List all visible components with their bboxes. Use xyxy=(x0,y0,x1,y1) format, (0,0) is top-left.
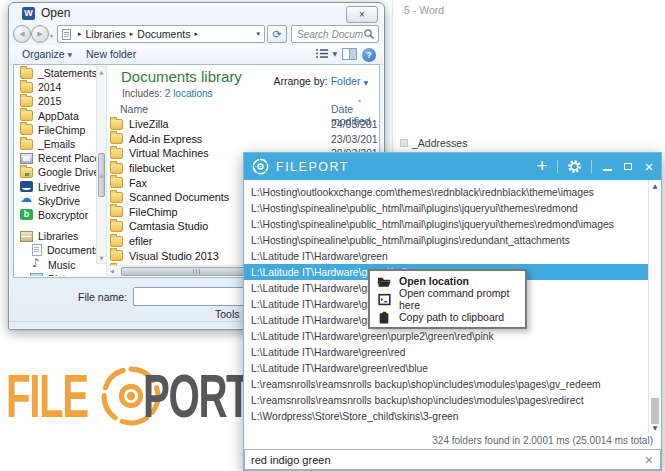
result-path-row[interactable]: L:\Hosting\spinealine\public_html\mail\p… xyxy=(244,216,648,232)
chevron-down-icon: ▼ xyxy=(68,51,73,58)
file-name: Virtual Machines xyxy=(129,147,209,159)
new-folder-button[interactable]: New folder xyxy=(86,48,136,60)
back-button[interactable]: ◀ xyxy=(13,25,31,43)
sidebar-item-libraries[interactable]: Libraries xyxy=(14,229,96,243)
file-row[interactable]: Add-in Express 23/03/2015 20:16 xyxy=(106,132,378,147)
folder-icon xyxy=(110,177,123,188)
result-path-row[interactable]: L:\reamsnrolls\reamsnrolls backup\shop\i… xyxy=(244,392,648,408)
menu-item-copy-path[interactable]: Copy path to clipboard xyxy=(370,308,525,326)
help-button[interactable]: ? xyxy=(362,48,376,62)
folder-icon xyxy=(20,82,33,93)
arrange-by[interactable]: Arrange by: Folder ▼ xyxy=(273,75,368,87)
sidebar-item[interactable]: 2014 xyxy=(14,80,96,94)
sort-indicator-icon: ▴ xyxy=(358,96,361,103)
forward-button[interactable]: ▶ xyxy=(31,25,49,43)
dialog-close-button[interactable]: × xyxy=(346,6,378,23)
views-icon xyxy=(315,48,329,59)
result-path-row[interactable]: L:\Wordpress\Store\Store_child\skins\3-g… xyxy=(244,408,648,424)
file-row[interactable]: LiveZilla 24/03/2015 15:34 xyxy=(106,117,378,132)
skydrive-icon xyxy=(20,195,33,206)
fileport-search-box[interactable]: × xyxy=(244,449,661,470)
settings-button[interactable] xyxy=(567,159,582,174)
result-path-row[interactable]: L:\Hosting\spinealine\public_html\mail\p… xyxy=(244,232,648,248)
file-name: Visual Studio 2013 xyxy=(129,250,219,262)
minimize-button[interactable] xyxy=(601,163,613,171)
results-scrollbar-thumb[interactable] xyxy=(651,398,659,424)
scroll-down-icon[interactable]: ▼ xyxy=(97,255,106,261)
close-button[interactable]: × xyxy=(643,159,655,174)
sidebar-library-item[interactable]: Documents xyxy=(14,243,96,257)
address-bar[interactable]: ▸ Libraries ▸ Documents ▸ ▾ xyxy=(57,25,265,43)
sidebar-scrollbar-thumb[interactable]: ≡ xyxy=(98,153,105,197)
sidebar-item[interactable]: FileChimp xyxy=(14,123,96,137)
sidebar-library-item[interactable]: Pictures xyxy=(14,272,96,276)
result-path-row[interactable]: L:\Latitude IT\Hardware\green\purple2\gr… xyxy=(244,328,648,344)
result-path-row[interactable]: L:\Hosting\outlookxchange.com\themes\red… xyxy=(244,184,648,200)
scroll-up-icon[interactable]: ▲ xyxy=(649,182,661,189)
sidebar-item-label: 2015 xyxy=(38,95,61,107)
result-path-row[interactable]: L:\Hosting\spinealine\public_html\mail\p… xyxy=(244,200,648,216)
results-scrollbar[interactable]: ▲ ▼ xyxy=(648,180,661,433)
recent-places-icon xyxy=(20,153,33,164)
menu-item-open-command-prompt[interactable]: Open command prompt here xyxy=(370,290,525,308)
chevron-down-icon: ▼ xyxy=(332,50,337,57)
add-button[interactable]: + xyxy=(536,156,548,175)
sidebar-item[interactable]: _Statements xyxy=(14,66,96,80)
fileport-titlebar[interactable]: FILEPORT + × xyxy=(244,153,661,180)
sidebar-library-items: Documents Music Pictures xyxy=(14,243,96,276)
result-path-text: L:\reamsnrolls\reamsnrolls backup\shop\i… xyxy=(251,379,601,390)
result-path-row[interactable]: L:\reamsnrolls\reamsnrolls backup\shop\i… xyxy=(244,376,648,392)
preview-pane-button[interactable] xyxy=(342,48,357,60)
result-path-row[interactable]: L:\Latitude IT\Hardware\green\red\blue xyxy=(244,360,648,376)
sidebar-item[interactable]: AppData xyxy=(14,109,96,123)
change-view-button[interactable]: ▼ xyxy=(315,48,337,59)
result-path-text: L:\Wordpress\Store\Store_child\skins\3-g… xyxy=(251,411,459,422)
sidebar-item[interactable]: Recent Places xyxy=(14,151,96,165)
sidebar-item-label: Google Drive xyxy=(38,166,96,178)
sidebar-item[interactable]: Boxcryptor xyxy=(14,208,96,222)
screen: 5 - Word _Addresses FILE PORT W Open xyxy=(0,0,665,471)
folder-icon xyxy=(110,163,123,174)
organize-button[interactable]: Organize ▼ xyxy=(22,48,72,60)
open-folder-icon xyxy=(376,274,392,288)
result-path-row[interactable]: L:\Latitude IT\Hardware\green\red xyxy=(244,344,648,360)
open-dialog-titlebar: W Open xyxy=(9,3,384,23)
scroll-down-icon[interactable]: ▼ xyxy=(649,424,661,431)
result-path-text: L:\Latitude IT\Hardware\green\red\blue xyxy=(251,363,428,374)
clear-search-icon[interactable]: × xyxy=(638,453,660,467)
navigation-bar: ◀ ▶ ▾ ▸ Libraries ▸ Documents ▸ ▾ ⟳ xyxy=(9,23,384,45)
word-window-title: 5 - Word xyxy=(404,4,444,16)
breadcrumb-libraries[interactable]: Libraries xyxy=(86,28,126,40)
result-path-text: L:\Hosting\spinealine\public_html\mail\p… xyxy=(251,235,570,246)
scroll-left-icon[interactable]: ◀ xyxy=(110,268,114,274)
result-path-text: L:\Latitude IT\Hardware\green xyxy=(251,251,388,262)
breadcrumb-documents[interactable]: Documents xyxy=(137,28,190,40)
column-header-name[interactable]: Name xyxy=(120,103,148,115)
maximize-icon xyxy=(624,163,632,170)
sidebar-item-label: FileChimp xyxy=(38,124,85,136)
file-name: Add-in Express xyxy=(129,133,202,145)
fileport-app-icon xyxy=(252,158,269,175)
search-input[interactable] xyxy=(292,29,363,40)
scroll-up-icon[interactable]: ▲ xyxy=(97,69,106,75)
gear-icon xyxy=(567,159,582,174)
file-name: filebucket xyxy=(129,162,175,174)
sidebar-item[interactable]: _Emails xyxy=(14,137,96,151)
refresh-button[interactable]: ⟳ xyxy=(267,25,287,43)
fileport-search-input[interactable] xyxy=(245,454,638,466)
clipboard-icon xyxy=(376,310,392,324)
locations-link[interactable]: 2 locations xyxy=(165,88,213,99)
history-dropdown-icon[interactable]: ▾ xyxy=(50,32,53,39)
address-dropdown-icon[interactable]: ▾ xyxy=(256,30,260,38)
sidebar-item[interactable]: Google Drive xyxy=(14,165,96,179)
search-box[interactable] xyxy=(291,25,379,43)
result-path-text: L:\reamsnrolls\reamsnrolls backup\shop\i… xyxy=(251,395,584,406)
sidebar-item[interactable]: SkyDrive xyxy=(14,194,96,208)
maximize-button[interactable] xyxy=(622,163,634,170)
file-name-label: File name: xyxy=(67,291,127,303)
navigation-sidebar: _Statements 2014 2015 AppData FileChimp … xyxy=(14,66,96,276)
context-menu: Open location Open command prompt here C… xyxy=(368,269,527,329)
sidebar-item[interactable]: 2015 xyxy=(14,94,96,108)
result-path-row[interactable]: L:\Latitude IT\Hardware\green xyxy=(244,248,648,264)
sidebar-library-item[interactable]: Music xyxy=(14,257,96,271)
